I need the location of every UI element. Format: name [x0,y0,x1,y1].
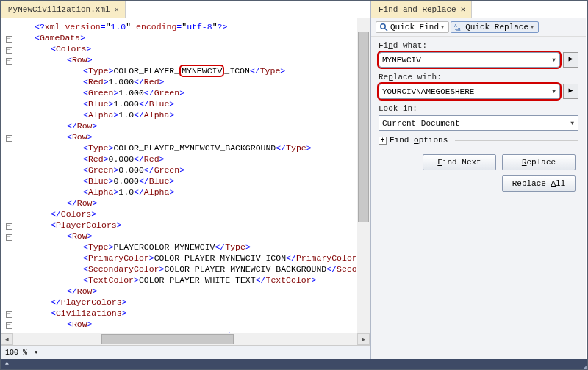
find-what-value: MYNEWCIV [382,56,421,65]
code-line[interactable]: <Blue>0.000</Blue> [1,175,370,186]
code-line[interactable]: <Green>0.000</Green> [1,164,370,175]
chevron-down-icon: ▼ [531,24,534,30]
quick-replace-button[interactable]: AB Quick Replace ▼ [451,21,539,33]
code-line[interactable]: −<Row> [1,231,370,242]
horizontal-scrollbar[interactable]: ◄ ► [1,333,370,345]
find-options-label: Find options [390,136,448,145]
find-expression-builder-button[interactable]: ▶ [563,52,578,68]
code-line[interactable]: <Alpha>1.0</Alpha> [1,186,370,197]
code-text: </Row> [17,120,97,131]
code-line[interactable]: </Colors> [1,208,370,220]
code-line[interactable]: </Row> [1,120,370,131]
fr-tab-label: Find and Replace [379,5,456,14]
code-text: <Row> [17,319,93,330]
find-what-label: Find what: [379,41,578,50]
code-line[interactable]: <Red>1.000</Red> [1,76,370,87]
quick-find-button[interactable]: Quick Find ▼ [376,21,449,33]
code-line[interactable]: <Type>COLOR_PLAYER_MYNEWCIV_BACKGROUND</… [1,142,370,153]
code-line[interactable]: −<GameData> [1,32,370,43]
vertical-scrollbar[interactable] [357,18,370,333]
code-line[interactable]: −<Civilizations> [1,308,370,319]
code-text: </Colors> [17,208,96,220]
fold-toggle[interactable]: − [6,36,12,43]
code-line[interactable]: −<Row> [1,54,370,65]
close-icon[interactable]: ✕ [115,5,119,14]
code-text: <Alpha>1.0</Alpha> [17,186,174,197]
fold-toggle[interactable]: − [6,47,12,54]
code-text: <Green>1.000</Green> [17,87,184,98]
plus-icon: + [379,137,387,145]
code-line[interactable]: <Red>0.000</Red> [1,153,370,164]
code-line[interactable]: <TextColor>COLOR_PLAYER_WHITE_TEXT</Text… [1,275,370,286]
code-text: <Row> [17,131,93,142]
code-line[interactable]: <Blue>1.000</Blue> [1,98,370,109]
scroll-left-button[interactable]: ◄ [1,333,13,345]
code-line[interactable]: <Type>PLAYERCOLOR_MYNEWCIV</Type> [1,242,370,253]
resize-handle[interactable] [578,362,586,369]
svg-text:B: B [458,27,461,32]
code-text: <Blue>0.000</Blue> [17,175,174,186]
replace-icon: AB [454,23,463,32]
divider [455,140,578,141]
replace-expression-builder-button[interactable]: ▶ [563,84,578,99]
replace-with-value: YOURCIVNAMEGOESHERE [382,87,474,96]
code-line[interactable]: </Row> [1,197,370,208]
code-text: <Type>COLOR_PLAYER_MYNEWCIV_BACKGROUND</… [17,142,312,153]
code-line[interactable]: −<Row> [1,131,370,142]
code-text: <Alpha>1.0</Alpha> [17,109,174,120]
editor-tab[interactable]: MyNewCivilization.xml ✕ [1,1,126,18]
find-options-expander[interactable]: + Find options [379,136,578,145]
code-text: <PrimaryColor>COLOR_PLAYER_MYNEWCIV_ICON… [17,253,362,264]
code-text: </Row> [17,197,97,208]
code-text: <Type>COLOR_PLAYER_MYNEWCIV_ICON</Type> [17,65,285,76]
code-line[interactable]: −<Colors> [1,43,370,54]
close-icon[interactable]: ✕ [461,4,466,14]
find-replace-tab[interactable]: Find and Replace ✕ [371,1,472,18]
code-text: <Colors> [17,43,91,54]
look-in-label: Look in: [379,104,578,113]
fold-toggle[interactable]: − [6,322,12,329]
quick-replace-label: Quick Replace [465,23,528,32]
code-text: </Row> [17,286,97,297]
code-line[interactable]: </Row> [1,286,370,297]
replace-with-input[interactable]: YOURCIVNAMEGOESHERE ▼ [379,84,560,99]
find-replace-panel: Quick Find ▼ AB Quick Replace ▼ Find wha… [371,18,586,359]
code-line[interactable]: −<Row> [1,319,370,330]
fold-toggle[interactable]: − [6,135,12,142]
fold-toggle[interactable]: − [6,58,12,65]
svg-line-1 [385,29,388,32]
code-text: <Civilizations> [17,308,127,319]
code-editor[interactable]: <?xml version="1.0" encoding="utf-8"?>−<… [1,18,371,359]
fold-toggle[interactable]: − [6,223,12,230]
chevron-down-icon[interactable]: ▼ [550,57,558,63]
find-what-input[interactable]: MYNEWCIV ▼ [379,52,560,68]
replace-with-label: Replace with: [379,73,578,81]
scrollbar-thumb[interactable] [101,334,234,344]
editor-tab-label: MyNewCivilization.xml [8,5,110,14]
zoom-level[interactable]: 100 % [5,349,27,357]
code-line[interactable]: </PlayerColors> [1,297,370,308]
look-in-select[interactable]: Current Document ▼ [379,115,578,131]
fold-toggle[interactable]: − [6,311,12,318]
chevron-down-icon[interactable]: ▼ [568,120,576,126]
code-text: <Red>1.000</Red> [17,76,164,87]
fold-toggle[interactable]: − [6,234,12,241]
code-text: <Green>0.000</Green> [17,164,184,175]
code-line[interactable]: <SecondaryColor>COLOR_PLAYER_MYNEWCIV_BA… [1,264,370,275]
chevron-up-icon[interactable]: ▲ [5,360,9,366]
code-line[interactable]: −<PlayerColors> [1,220,370,231]
code-line[interactable]: <Green>1.000</Green> [1,87,370,98]
find-next-button[interactable]: Find Next [423,154,496,170]
code-line[interactable]: <PrimaryColor>COLOR_PLAYER_MYNEWCIV_ICON… [1,253,370,264]
scrollbar-thumb[interactable] [358,32,369,222]
svg-text:A: A [454,23,457,29]
chevron-down-icon[interactable]: ▼ [550,88,558,95]
code-line[interactable]: <Type>COLOR_PLAYER_MYNEWCIV_ICON</Type> [1,65,370,76]
replace-button[interactable]: Replace [502,154,576,170]
code-line[interactable]: <?xml version="1.0" encoding="utf-8"?> [1,21,370,32]
code-line[interactable]: <Alpha>1.0</Alpha> [1,109,370,120]
scroll-right-button[interactable]: ► [357,333,370,345]
code-text: <PlayerColors> [17,220,122,231]
replace-all-button[interactable]: Replace All [502,175,576,192]
code-text: <Blue>1.000</Blue> [17,98,174,109]
